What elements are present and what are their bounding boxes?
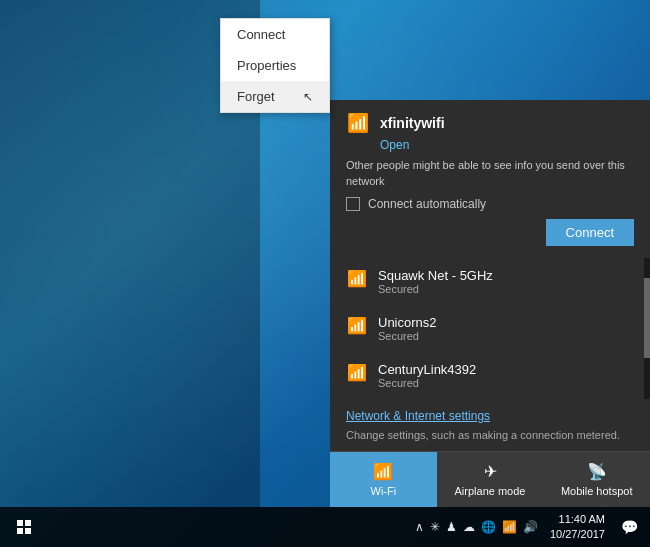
network-icon: 🌐	[481, 520, 496, 534]
network-list-container: 📶 Squawk Net - 5GHz Secured 📶 Unicorns2 …	[330, 258, 650, 399]
taskbar-right: ∧ ✳ ♟ ☁ 🌐 📶 🔊 11:40 AM 10/27/2017 💬	[415, 512, 650, 543]
network-item-info: Unicorns2 Secured	[378, 315, 634, 342]
asterisk-icon: ✳	[430, 520, 440, 534]
network-warning-text: Other people might be able to see info y…	[346, 158, 634, 189]
connect-button[interactable]: Connect	[546, 219, 634, 246]
volume-icon[interactable]: 🔊	[523, 520, 538, 534]
hotspot-quick-label: Mobile hotspot	[561, 485, 633, 497]
wifi-icon: 📶	[346, 269, 368, 288]
taskbar-left	[0, 507, 415, 547]
connect-auto-row: Connect automatically	[346, 197, 634, 211]
network-item-name: Unicorns2	[378, 315, 634, 330]
context-menu-properties[interactable]: Properties	[221, 50, 329, 81]
network-item[interactable]: 📶 CenturyLink4392 Secured	[330, 352, 650, 399]
hotspot-quick-action[interactable]: 📡 Mobile hotspot	[543, 452, 650, 507]
notification-button[interactable]: 💬	[617, 519, 642, 535]
network-item-name: Squawk Net - 5GHz	[378, 268, 634, 283]
context-menu: Connect Properties Forget ↖	[220, 18, 330, 113]
active-network-status: Open	[380, 138, 634, 152]
scrollbar-thumb[interactable]	[644, 278, 650, 358]
active-network-name[interactable]: xfinitywifi	[380, 115, 445, 131]
scrollbar-track[interactable]	[644, 258, 650, 399]
network-header: 📶 xfinitywifi	[346, 112, 634, 134]
start-button[interactable]	[4, 507, 44, 547]
network-settings-link[interactable]: Network & Internet settings	[330, 399, 650, 427]
clock[interactable]: 11:40 AM 10/27/2017	[542, 512, 613, 543]
wifi-quick-label: Wi-Fi	[371, 485, 397, 497]
network-item[interactable]: 📶 Squawk Net - 5GHz Secured	[330, 258, 650, 305]
network-item-secured: Secured	[378, 377, 634, 389]
quick-actions-bar: 📶 Wi-Fi ✈ Airplane mode 📡 Mobile hotspot	[330, 451, 650, 507]
wifi-icon: 📶	[346, 363, 368, 382]
cursor-icon: ↖	[303, 90, 313, 104]
active-network-section: 📶 xfinitywifi Open Other people might be…	[330, 100, 650, 258]
airplane-quick-action[interactable]: ✈ Airplane mode	[437, 452, 544, 507]
connect-button-row: Connect	[346, 219, 634, 246]
network-item-info: Squawk Net - 5GHz Secured	[378, 268, 634, 295]
network-item-secured: Secured	[378, 330, 634, 342]
wifi-active-icon: 📶	[346, 112, 370, 134]
network-item[interactable]: 📶 Unicorns2 Secured	[330, 305, 650, 352]
system-tray: ∧ ✳ ♟ ☁ 🌐 📶 🔊	[415, 520, 538, 534]
network-settings-desc: Change settings, such as making a connec…	[330, 427, 650, 451]
airplane-quick-icon: ✈	[484, 462, 497, 481]
clock-date: 10/27/2017	[550, 527, 605, 542]
network-list: 📶 Squawk Net - 5GHz Secured 📶 Unicorns2 …	[330, 258, 650, 399]
context-menu-connect[interactable]: Connect	[221, 19, 329, 50]
cloud-icon: ☁	[463, 520, 475, 534]
hotspot-quick-icon: 📡	[587, 462, 607, 481]
network-item-name: CenturyLink4392	[378, 362, 634, 377]
wifi-quick-icon: 📶	[373, 462, 393, 481]
wifi-icon: 📶	[346, 316, 368, 335]
wifi-tray-icon[interactable]: 📶	[502, 520, 517, 534]
desktop: ∧ ✳ ♟ ☁ 🌐 📶 🔊 11:40 AM 10/27/2017 💬 📶 xf…	[0, 0, 650, 547]
connect-auto-label: Connect automatically	[368, 197, 486, 211]
connect-auto-checkbox[interactable]	[346, 197, 360, 211]
context-menu-forget[interactable]: Forget ↖	[221, 81, 329, 112]
taskbar: ∧ ✳ ♟ ☁ 🌐 📶 🔊 11:40 AM 10/27/2017 💬	[0, 507, 650, 547]
network-item-secured: Secured	[378, 283, 634, 295]
network-item-info: CenturyLink4392 Secured	[378, 362, 634, 389]
wifi-quick-action[interactable]: 📶 Wi-Fi	[330, 452, 437, 507]
chevron-tray-icon[interactable]: ∧	[415, 520, 424, 534]
wifi-panel: 📶 xfinitywifi Open Other people might be…	[330, 100, 650, 507]
clock-time: 11:40 AM	[550, 512, 605, 527]
user-icon: ♟	[446, 520, 457, 534]
windows-logo-icon	[17, 520, 31, 534]
airplane-quick-label: Airplane mode	[455, 485, 526, 497]
